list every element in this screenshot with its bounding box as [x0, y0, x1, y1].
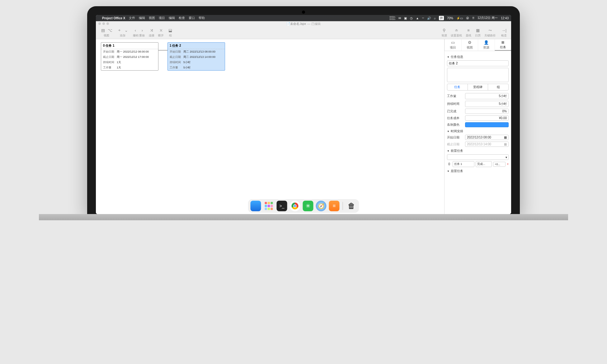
toolbar-关键路径[interactable]: ⤳关键路径 — [482, 27, 497, 38]
toolbar-日历[interactable]: ▦日历 — [473, 27, 482, 38]
menu-project[interactable]: 项目 — [159, 16, 165, 20]
toolbar-inspect[interactable]: →| 检查 — [499, 27, 509, 38]
prop-input[interactable]: ¥0.00 — [465, 115, 509, 121]
toolbar-组[interactable]: ⬓组 — [166, 27, 175, 38]
section-predecessors[interactable]: ▼前置任务 — [447, 149, 509, 153]
end-date-label: 截止日期 — [447, 142, 463, 147]
section-successors[interactable]: ▼后置任务 — [447, 169, 509, 173]
tab-icon: ▭ — [451, 40, 455, 45]
dock-safari-icon[interactable]: 🧭 — [316, 201, 327, 211]
macos-dock[interactable]: >_ ✳ 🧭 ≡ 🗑 — [248, 199, 359, 213]
task-notes-input[interactable] — [447, 68, 509, 82]
plus-icon: ＋ — [116, 27, 122, 33]
pred-task[interactable]: 任务 1 — [453, 161, 474, 167]
dock-terminal-icon[interactable]: >_ — [277, 201, 287, 211]
task-type-segment[interactable]: 任务里程碑组 — [447, 84, 509, 91]
menubar-time[interactable]: 12:43 — [501, 16, 509, 20]
wechat-icon[interactable]: ✉ — [398, 16, 401, 20]
dock-finder-icon[interactable] — [251, 201, 261, 211]
inspector-tab-任务[interactable]: ≣任务 — [495, 39, 511, 51]
toolbar-撤销 重做[interactable]: ‹›撤销 重做 — [131, 27, 147, 38]
toolbar-视图[interactable]: ▤⌥视图 — [98, 27, 115, 38]
toolbar-连接[interactable]: ⤮连接 — [147, 27, 156, 38]
toolbar-断开[interactable]: ⤬断开 — [156, 27, 166, 38]
type-seg-任务[interactable]: 任务 — [447, 84, 468, 90]
search-icon[interactable]: ⌕ — [434, 16, 436, 20]
split-icon: ⤬ — [158, 28, 164, 33]
section-task-info[interactable]: ▼任务信息 — [447, 55, 509, 59]
dock-wechat-icon[interactable]: ✳ — [303, 201, 313, 211]
task-node-row: 工作量5小时 — [168, 65, 225, 70]
toolbar-添加[interactable]: ＋⌄添加 — [115, 27, 131, 38]
app-window: 📄 未命名.lspx — 已编辑 ▤⌥视图＋⌄添加‹›撤销 重做⤮连接⤬断开⬓组… — [96, 21, 511, 214]
dock-launchpad-icon[interactable] — [264, 201, 274, 211]
tab-icon: ⚙ — [468, 40, 472, 45]
clock-icon[interactable]: ◷ — [410, 16, 413, 20]
task-link — [158, 50, 167, 50]
display-icon[interactable]: ▣ — [404, 16, 407, 20]
inspector-tab-视图[interactable]: ⚙视图 — [461, 39, 478, 51]
volume-icon[interactable]: 🔊 — [427, 16, 431, 20]
start-date-input[interactable]: 2022/12/13 08:00▦ — [465, 135, 509, 140]
switch-icon[interactable]: ⦿ — [466, 16, 469, 20]
prop-input[interactable]: 0% — [465, 109, 509, 114]
menu-view[interactable]: 视图 — [149, 16, 155, 20]
crit-icon: ⤳ — [487, 28, 493, 33]
tab-icon: ≣ — [501, 40, 505, 44]
task-node-0[interactable]: 0 任务 1开始日期周一 2022/12/12 08:00:00截止日期周一 2… — [101, 42, 158, 71]
laptop-label: MacBook Pro — [87, 220, 520, 220]
bar-color-swatch[interactable] — [465, 122, 509, 127]
pred-index: 0 — [447, 162, 451, 166]
person-icon: ⚲ — [441, 28, 447, 33]
menu-inspect[interactable]: 检查 — [179, 16, 185, 20]
task-name-input[interactable] — [447, 60, 509, 66]
chev-icon: ⌄ — [123, 28, 129, 33]
prop-input[interactable]: 5小时 — [465, 101, 509, 107]
task-node-row: 持续时间1天 — [101, 60, 158, 65]
tree-icon: ⌥ — [107, 28, 113, 33]
menu-help[interactable]: 帮助 — [199, 16, 205, 20]
predecessor-add-dropdown[interactable]: ▾ — [447, 154, 509, 160]
battery-icon[interactable]: ⚡▭ — [456, 16, 463, 20]
tab-icon: 👤 — [484, 40, 489, 45]
menu-file[interactable]: 文件 — [129, 16, 135, 20]
menu-edit[interactable]: 编辑 — [139, 16, 145, 20]
app-name[interactable]: Project Office X — [102, 16, 125, 20]
menu-window[interactable]: 窗口 — [189, 16, 195, 20]
dock-trash-icon[interactable]: 🗑 — [346, 201, 357, 211]
predecessor-row: 0 任务 1 完成... +0... × — [447, 161, 509, 167]
dock-projectoffice-icon[interactable]: ≡ — [329, 201, 340, 211]
doc-icon: 📄 — [286, 22, 290, 26]
task-node-row: 截止日期周一 2022/12/12 17:00:00 — [101, 54, 158, 60]
menu-edit2[interactable]: 编辑 — [169, 16, 175, 20]
control-center-icon[interactable]: ⠿ — [472, 16, 474, 20]
start-date-label: 开始日期 — [447, 135, 463, 140]
type-seg-里程碑[interactable]: 里程碑 — [468, 84, 488, 90]
pred-lag[interactable]: +0... — [493, 162, 506, 167]
task-node-row: 截止日期周二 2022/12/13 14:00:00 — [168, 54, 225, 60]
inspector-tab-项目[interactable]: ▭项目 — [445, 39, 461, 51]
pred-type[interactable]: 完成... — [476, 161, 492, 167]
base2-icon: ≡ — [466, 28, 471, 33]
dock-chrome-icon[interactable] — [290, 201, 300, 211]
task-node-row: 开始日期周二 2022/12/13 08:00:00 — [168, 49, 225, 54]
network-canvas[interactable]: 0 任务 1开始日期周一 2022/12/12 08:00:00截止日期周一 2… — [96, 39, 444, 214]
prop-input[interactable]: 5小时 — [465, 93, 509, 99]
calendar-icon[interactable]: ▦ — [504, 136, 507, 139]
toolbar-设置基线[interactable]: ≐设置基线 — [449, 27, 464, 38]
section-schedule[interactable]: ▼时间安排 — [447, 129, 509, 133]
task-node-1[interactable]: 1 任务 2开始日期周二 2022/12/13 08:00:00截止日期周二 2… — [167, 42, 225, 71]
toolbar-基线[interactable]: ≡基线 — [464, 27, 473, 38]
window-traffic-lights[interactable] — [98, 22, 109, 25]
inspector-tab-资源[interactable]: 👤资源 — [478, 39, 495, 51]
prop-row-工作量: 工作量5小时 — [447, 93, 509, 99]
bar-color-label: 条块颜色 — [447, 123, 463, 127]
wifi-icon[interactable]: ⌔ — [422, 16, 424, 20]
layout-icon: ▤ — [100, 28, 106, 33]
input-method[interactable]: 拼 — [439, 16, 444, 20]
toolbar-资源[interactable]: ⚲资源 — [440, 27, 449, 38]
photos-icon[interactable]: ▲ — [416, 16, 419, 20]
pred-delete-icon[interactable]: × — [507, 162, 509, 166]
menubar-date[interactable]: 12月12日 周一 — [478, 16, 498, 20]
type-seg-组[interactable]: 组 — [488, 84, 508, 90]
